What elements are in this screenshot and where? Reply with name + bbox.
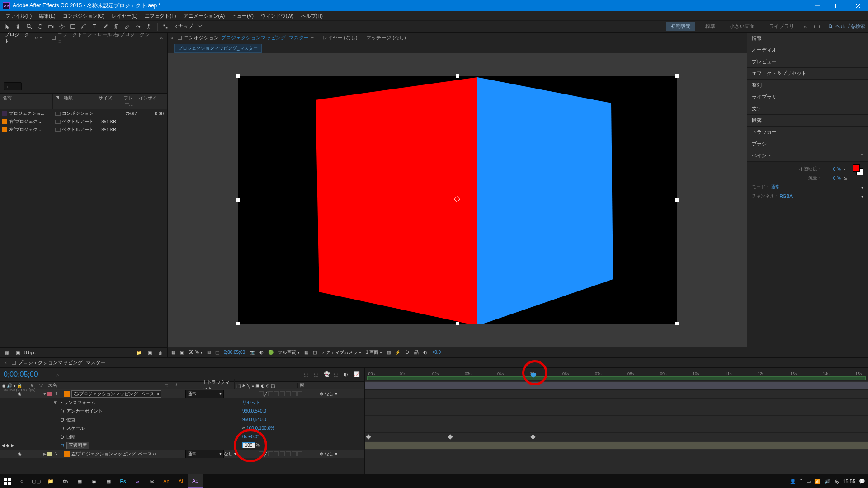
ime-indicator[interactable]: あ xyxy=(834,478,839,485)
layer-viewer-tab[interactable]: レイヤー (なし) xyxy=(318,33,362,43)
tray-battery-icon[interactable]: ▭ xyxy=(806,479,811,484)
stopwatch-icon[interactable]: ⏱ xyxy=(60,426,65,431)
explorer-icon[interactable]: 📁 xyxy=(43,474,58,488)
project-item[interactable]: 右/プロジェク... ベクトルアート351 KB xyxy=(0,117,167,126)
panel-audio[interactable]: オーディオ xyxy=(747,44,868,56)
trackmatte-dropdown[interactable]: なし ▾ xyxy=(224,451,236,457)
workspace-standard[interactable]: 標準 xyxy=(701,22,720,31)
keyframe-diamond[interactable] xyxy=(366,434,371,439)
snap-options[interactable] xyxy=(195,22,205,31)
panel-preview[interactable]: プレビュー xyxy=(747,56,868,68)
col-size[interactable]: サイズ xyxy=(94,94,115,109)
panel-paint[interactable]: ペイント≡ xyxy=(747,150,868,162)
opacity-value-input[interactable]: 100 xyxy=(242,442,255,448)
playhead[interactable] xyxy=(533,368,533,480)
composition-canvas[interactable] xyxy=(238,76,677,324)
tabs-overflow[interactable]: » xyxy=(156,33,167,42)
taskbar-app-icon[interactable]: ▦ xyxy=(101,474,116,488)
menu-layer[interactable]: レイヤー(L) xyxy=(108,12,141,20)
bbox-handle[interactable] xyxy=(236,198,240,202)
twirl-icon[interactable]: ▼ xyxy=(42,391,47,396)
menu-effect[interactable]: エフェクト(T) xyxy=(141,12,179,20)
timeline-tab[interactable]: プロジェクションマッピング_マスター≡ xyxy=(8,358,114,367)
blend-mode-dropdown[interactable]: 通常▾ xyxy=(185,450,224,458)
rotation-value[interactable]: 0x +0.0° xyxy=(242,434,259,439)
chrome-icon[interactable]: ◉ xyxy=(87,474,101,488)
trash-icon[interactable]: 🗑 xyxy=(156,349,165,357)
menu-edit[interactable]: 編集(E) xyxy=(35,12,59,20)
bbox-handle[interactable] xyxy=(456,74,459,78)
paint-color-swatch[interactable] xyxy=(853,164,863,175)
animate-icon[interactable]: An xyxy=(159,474,174,488)
stopwatch-icon[interactable]: ⏱ xyxy=(60,435,65,439)
visibility-toggle[interactable]: ◉ xyxy=(18,451,22,456)
paint-mode-dropdown[interactable]: 通常 xyxy=(771,184,859,190)
layer-name[interactable]: 左/プロジェクションマッピング_ベース.ai xyxy=(71,451,157,457)
footage-viewer-tab[interactable]: フッテージ (なし) xyxy=(362,33,410,43)
workspace-library[interactable]: ライブラリ xyxy=(764,22,798,31)
start-button[interactable] xyxy=(0,474,14,488)
position-value[interactable]: 960.0,540.0 xyxy=(242,417,266,422)
twirl-icon[interactable]: ▶ xyxy=(42,451,47,456)
comp-mini-flowchart-icon[interactable]: ⬚ xyxy=(304,371,311,378)
project-settings-icon[interactable]: ▣ xyxy=(14,349,22,357)
property-opacity[interactable]: ◀ ◆ ▶ ⏱不透明度 100 % xyxy=(0,441,364,450)
layer-bar[interactable] xyxy=(365,381,868,390)
parent-dropdown[interactable]: なし ▾ xyxy=(325,391,364,397)
draft3d-toggle-icon[interactable]: ⬚ xyxy=(314,371,321,378)
bbox-handle[interactable] xyxy=(236,322,240,325)
paint-opacity-value[interactable]: 0 % xyxy=(823,167,841,172)
property-anchor[interactable]: ⏱アンカーポイント 960.0,540.0 xyxy=(0,407,364,415)
window-maximize-button[interactable] xyxy=(827,0,848,11)
bbox-handle[interactable] xyxy=(236,74,240,78)
property-scale[interactable]: ⏱スケール ∞ 100.0,100.0% xyxy=(0,424,364,432)
bbox-handle[interactable] xyxy=(675,322,679,325)
transform-group[interactable]: ▼トランスフォーム リセット xyxy=(0,398,364,407)
roi-icon[interactable]: ◫ xyxy=(215,350,219,355)
bbox-handle[interactable] xyxy=(456,322,459,325)
tray-network-icon[interactable]: 📶 xyxy=(814,479,821,484)
layer-bar[interactable] xyxy=(365,441,868,450)
constrain-icon[interactable]: ∞ xyxy=(242,426,245,431)
col-framerate[interactable]: フレー... xyxy=(115,94,136,109)
timeline-layer-row[interactable]: ◉ ▼ 1 右/プロジェクションマッピング_ベース.ai 通常▾ ╱ ⊚なし ▾ xyxy=(0,389,364,398)
after-effects-taskbar-icon[interactable]: Ae xyxy=(188,474,203,488)
property-rotation[interactable]: ⏱回転 0x +0.0° xyxy=(0,432,364,441)
timeline-track-area[interactable]: :00s 01s 02s 03s 04s 05s 06s 07s 08s 09s… xyxy=(365,368,868,480)
current-time-display[interactable]: 0;00;05;00 xyxy=(4,371,38,379)
stopwatch-icon[interactable]: ⏱ xyxy=(60,409,65,413)
menu-composition[interactable]: コンポジション(C) xyxy=(59,12,108,20)
project-item[interactable]: プロジェクショ... コンポジション 29.970;00 xyxy=(0,109,167,117)
window-minimize-button[interactable] xyxy=(807,0,827,11)
panel-brush[interactable]: ブラシ xyxy=(747,138,868,150)
timeline-layer-row[interactable]: ◉ ▶ 2 左/プロジェクションマッピング_ベース.ai 通常▾ なし ▾ ╱ … xyxy=(0,450,364,458)
task-view-icon[interactable]: ▢▢ xyxy=(29,474,43,488)
sync-settings-icon[interactable] xyxy=(812,22,822,31)
window-close-button[interactable] xyxy=(848,0,868,11)
fast-preview-icon[interactable]: ⚡ xyxy=(395,350,401,355)
keyframe-nav[interactable]: ◀ ◆ ▶ xyxy=(0,443,16,448)
parent-pickwhip-icon[interactable]: ⊚ xyxy=(320,391,323,396)
parent-dropdown[interactable]: なし ▾ xyxy=(325,451,337,457)
composition-viewer[interactable] xyxy=(168,53,747,347)
scale-value[interactable]: 100.0,100.0% xyxy=(246,426,274,431)
blend-mode-dropdown[interactable]: 通常▾ xyxy=(185,390,224,398)
preview-time[interactable]: 0;00;05;00 xyxy=(224,350,245,355)
panel-align[interactable]: 整列 xyxy=(747,80,868,91)
parent-pickwhip-icon[interactable]: ⊚ xyxy=(320,451,323,456)
panel-effects-presets[interactable]: エフェクト＆プリセット xyxy=(747,68,868,80)
flowchart-icon[interactable]: 品 xyxy=(414,349,419,356)
panel-library[interactable]: ライブラリ xyxy=(747,91,868,103)
views-dropdown[interactable]: 1 画面 ▾ xyxy=(366,349,382,356)
panel-info[interactable]: 情報 xyxy=(747,33,868,44)
keyframe-diamond[interactable] xyxy=(448,434,453,439)
anchor-value[interactable]: 960.0,540.0 xyxy=(242,408,266,413)
interpret-footage-icon[interactable]: ▦ xyxy=(3,349,11,357)
channels-icon[interactable]: ◐ xyxy=(259,350,264,355)
col-name[interactable]: 名前 xyxy=(0,94,53,109)
menu-file[interactable]: ファイル(F) xyxy=(2,12,35,20)
taskbar-app-icon[interactable]: ▦ xyxy=(72,474,87,488)
bpc-label[interactable]: 8 bpc xyxy=(24,350,35,355)
reset-link[interactable]: リセット xyxy=(242,399,260,406)
tray-people-icon[interactable]: 👤 xyxy=(790,479,796,484)
